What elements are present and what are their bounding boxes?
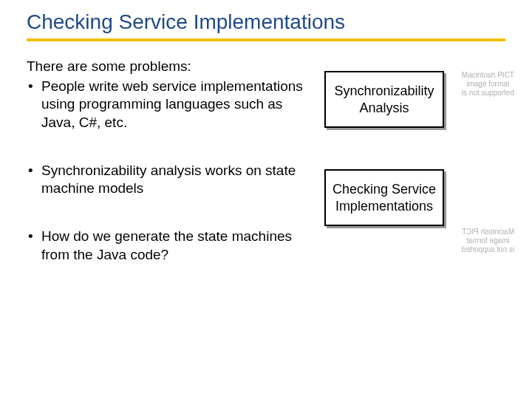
bullet-item: • How do we generate the state machines …: [27, 228, 310, 264]
body-right-column: Macintosh PICT image format is not suppo…: [324, 58, 505, 294]
box-checking-service: Checking Service Implementations: [324, 169, 444, 226]
missing-image-placeholder: Macintosh PICT image format is not suppo…: [462, 71, 514, 98]
bullet-marker-icon: •: [27, 228, 41, 246]
bullet-text: Synchronizability analysis works on stat…: [41, 162, 310, 198]
bullet-marker-icon: •: [27, 162, 41, 180]
bullet-text: How do we generate the state machines fr…: [41, 228, 310, 264]
body-left-column: There are some problems: • People write …: [27, 58, 310, 294]
title-underline: [27, 38, 505, 41]
bullet-marker-icon: •: [27, 78, 41, 96]
slide-title: Checking Service Implementations: [27, 10, 505, 34]
bullet-item: • Synchronizability analysis works on st…: [27, 162, 310, 198]
missing-image-placeholder: Macintosh PICT image format is not suppo…: [462, 228, 514, 254]
intro-text: There are some problems:: [27, 58, 310, 76]
bullet-text: People write web service implementations…: [41, 78, 310, 132]
box-synchronizability: Synchronizability Analysis: [324, 71, 444, 128]
bullet-item: • People write web service implementatio…: [27, 78, 310, 132]
